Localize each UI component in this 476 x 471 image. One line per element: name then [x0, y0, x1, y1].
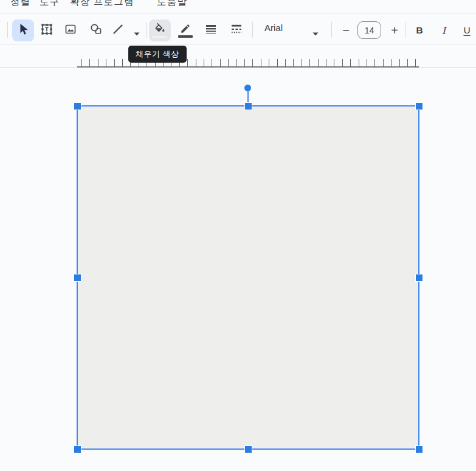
toolbar-divider: [405, 22, 405, 38]
line-icon: [111, 22, 125, 39]
horizontal-ruler: [0, 58, 476, 69]
underline-icon: U: [463, 25, 470, 36]
font-family-select[interactable]: Arial: [264, 23, 283, 33]
image-icon: [63, 22, 78, 39]
font-size-value: 14: [365, 26, 374, 35]
menu-bar: 정렬 도구 확장 프로그램 도움말: [0, 0, 476, 6]
font-size-input[interactable]: 14: [357, 21, 381, 39]
italic-icon: I: [442, 25, 446, 37]
underline-button[interactable]: U: [457, 19, 476, 41]
border-color-preview: [178, 35, 193, 38]
text-box-icon: [40, 22, 54, 39]
line-tool-button[interactable]: [109, 19, 127, 41]
selection-handle-top-center[interactable]: [245, 103, 252, 110]
select-tool-button[interactable]: [12, 19, 34, 41]
border-color-icon: [178, 23, 193, 38]
selection-handle-bottom-right[interactable]: [416, 446, 423, 453]
fill-color-preview: [153, 36, 167, 38]
border-weight-button[interactable]: [200, 19, 222, 41]
border-dash-icon: [229, 22, 244, 39]
selection-handle-bottom-center[interactable]: [245, 446, 252, 453]
fill-color-tooltip: 채우기 색상: [128, 46, 187, 63]
border-color-button[interactable]: [174, 19, 196, 41]
border-weight-icon: [204, 22, 218, 39]
shape-icon: [89, 22, 103, 39]
toolbar-divider: [7, 22, 8, 38]
selected-rectangle-shape[interactable]: [77, 105, 419, 450]
bold-button[interactable]: B: [410, 19, 429, 41]
decrease-font-size-button[interactable]: −: [336, 19, 356, 41]
minus-icon: −: [342, 24, 350, 38]
select-arrow-icon: [16, 22, 30, 39]
menu-arrange[interactable]: 정렬: [10, 0, 30, 6]
text-box-tool-button[interactable]: [36, 19, 58, 41]
image-tool-button[interactable]: [60, 19, 81, 41]
menu-help[interactable]: 도움말: [157, 0, 187, 6]
line-tool-caret[interactable]: [134, 27, 140, 38]
rotation-handle[interactable]: [244, 85, 251, 91]
selection-handle-middle-right[interactable]: [416, 274, 423, 281]
menu-extensions[interactable]: 확장 프로그램: [70, 0, 134, 6]
fill-color-button[interactable]: [149, 19, 171, 41]
menu-tools[interactable]: 도구: [40, 0, 60, 6]
shape-tool-button[interactable]: [85, 19, 107, 41]
selection-handle-top-right[interactable]: [416, 103, 423, 110]
toolbar-divider: [331, 22, 332, 38]
increase-font-size-button[interactable]: +: [385, 19, 404, 41]
toolbar: Arial − 14 + B I U: [0, 14, 476, 44]
fill-color-icon: [153, 23, 167, 38]
selection-handle-bottom-left[interactable]: [74, 446, 81, 453]
tooltip-text: 채우기 색상: [136, 49, 179, 60]
italic-button[interactable]: I: [434, 19, 454, 41]
bold-icon: B: [416, 25, 423, 36]
toolbar-divider: [252, 22, 253, 38]
selection-handle-middle-left[interactable]: [74, 274, 81, 281]
border-dash-button[interactable]: [226, 19, 247, 41]
toolbar-divider: [146, 22, 147, 38]
plus-icon: +: [391, 24, 398, 38]
font-family-caret[interactable]: [312, 27, 319, 38]
selection-handle-top-left[interactable]: [74, 103, 81, 110]
